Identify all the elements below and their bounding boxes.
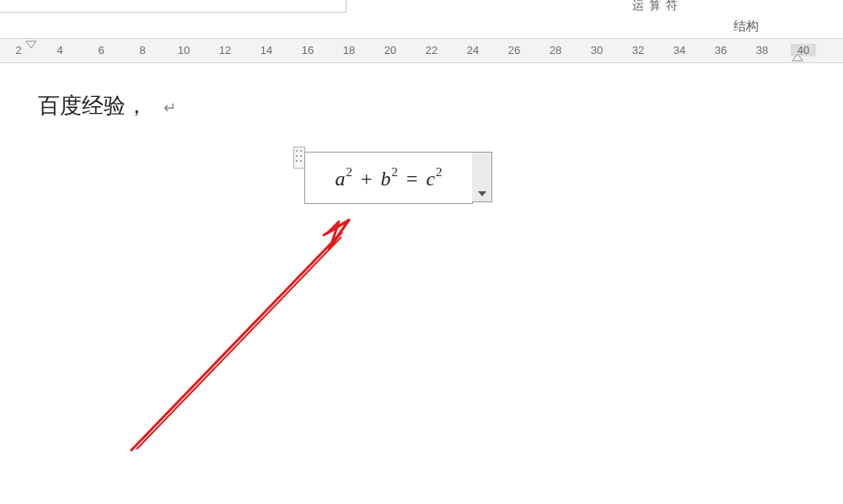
eq-plus: + <box>357 168 376 190</box>
eq-var-b: b <box>380 168 390 190</box>
eq-exp-a: 2 <box>345 165 352 179</box>
ruler-tick: 16 <box>302 44 314 56</box>
ruler-tick: 38 <box>756 44 768 56</box>
ruler-tick: 32 <box>632 44 644 56</box>
ruler-tick: 34 <box>674 44 685 56</box>
ruler-tick: 6 <box>98 44 104 56</box>
ruler-tick: 24 <box>467 44 479 56</box>
ruler-tick: 22 <box>426 44 438 56</box>
ruler-tick: 20 <box>384 44 396 56</box>
document-text-line[interactable]: 百度经验， ↵ <box>38 91 176 121</box>
ribbon-group-structures-label: 结构 <box>733 19 759 35</box>
ribbon-group-operators-label: 运算符 <box>632 0 683 13</box>
equation-content-box[interactable]: a2 + b2 = c2 <box>304 152 473 204</box>
eq-var-c: c <box>426 168 435 190</box>
paragraph-mark-icon: ↵ <box>153 99 176 116</box>
annotation-arrow <box>0 63 843 504</box>
svg-line-2 <box>131 232 342 451</box>
ruler-tick: 14 <box>260 44 272 56</box>
ribbon-panel: 运算符 结构 <box>0 0 843 39</box>
eq-equals: = <box>403 168 422 190</box>
first-line-indent-marker[interactable] <box>25 40 37 49</box>
equation-formula: a2 + b2 = c2 <box>335 165 442 190</box>
equation-object[interactable]: a2 + b2 = c2 <box>293 147 499 211</box>
ruler-tick: 18 <box>343 44 355 56</box>
ruler-tick: 26 <box>508 44 520 56</box>
ribbon-gallery-fragment <box>0 0 346 13</box>
svg-marker-4 <box>327 220 349 247</box>
eq-exp-b: 2 <box>390 165 397 179</box>
text-run: 百度经验， <box>38 93 148 118</box>
equation-options-dropdown[interactable] <box>472 152 492 202</box>
ruler-tick: 10 <box>178 44 190 56</box>
svg-marker-1 <box>792 54 803 61</box>
ruler-tick: 4 <box>56 44 62 56</box>
document-page[interactable]: 百度经验， ↵ a2 + b2 = c2 <box>0 63 843 504</box>
ruler-tick: 12 <box>219 44 231 56</box>
chevron-down-icon <box>478 191 486 196</box>
ruler-tick: 36 <box>715 44 727 56</box>
right-indent-marker[interactable] <box>792 53 803 62</box>
ruler-tick: 28 <box>550 44 561 56</box>
ruler-tick: 8 <box>139 44 145 56</box>
horizontal-ruler[interactable]: 246810121416182022242628303234363840 <box>0 39 843 63</box>
ruler-tick: 2 <box>15 44 21 56</box>
svg-line-3 <box>137 237 341 449</box>
eq-var-a: a <box>335 168 345 190</box>
equation-drag-handle[interactable] <box>293 147 305 169</box>
svg-marker-0 <box>26 41 36 48</box>
ruler-tick: 30 <box>591 44 603 56</box>
eq-exp-c: 2 <box>435 165 442 179</box>
